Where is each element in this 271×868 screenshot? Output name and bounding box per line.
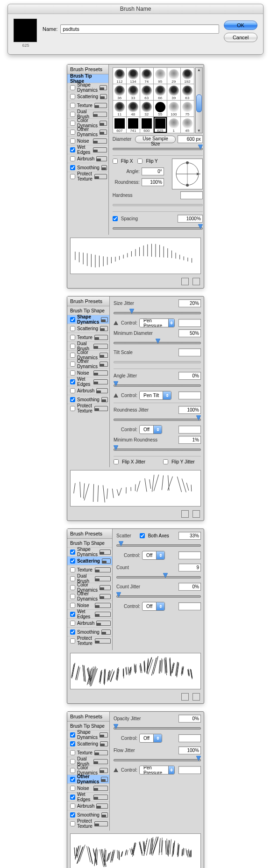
preset-cell[interactable]: 33 xyxy=(127,84,140,100)
diameter-input[interactable] xyxy=(178,135,203,143)
sidebar-item-other-dynamics[interactable]: Other Dynamics xyxy=(67,128,108,137)
sidebar-item-scattering[interactable]: Scattering xyxy=(67,324,109,333)
sidebar-checkbox[interactable] xyxy=(70,550,75,555)
sidebar-checkbox[interactable] xyxy=(70,821,75,826)
sidebar-item-airbrush[interactable]: Airbrush xyxy=(67,386,109,395)
preset-cell[interactable]: 112 xyxy=(113,68,126,84)
sidebar-checkbox[interactable] xyxy=(70,741,75,746)
roundness-jitter-input[interactable] xyxy=(178,406,201,414)
sidebar-checkbox[interactable] xyxy=(70,326,75,331)
count-jitter-slider[interactable] xyxy=(116,593,201,598)
sidebar-item-shape-dynamics[interactable]: Shape Dynamics xyxy=(67,315,109,324)
name-input[interactable] xyxy=(60,24,219,34)
trash-icon[interactable] xyxy=(193,510,200,518)
preset-cell[interactable]: 36 xyxy=(113,84,126,100)
size-jitter-slider[interactable] xyxy=(114,310,201,315)
angle-jitter-input[interactable] xyxy=(178,372,201,380)
preset-cell[interactable]: 63 xyxy=(140,84,153,100)
sidebar-checkbox[interactable] xyxy=(70,353,75,358)
preset-cell[interactable]: 45 xyxy=(181,117,194,133)
count-jitter-input[interactable] xyxy=(178,583,201,591)
cancel-button[interactable]: Cancel xyxy=(224,33,257,42)
sidebar-header[interactable]: Brush Presets xyxy=(67,712,109,722)
sidebar-checkbox[interactable] xyxy=(70,759,75,764)
sidebar-checkbox[interactable] xyxy=(70,121,75,126)
roundness-input[interactable] xyxy=(142,178,164,186)
sidebar-checkbox[interactable] xyxy=(70,603,75,608)
sidebar-checkbox[interactable] xyxy=(70,750,75,755)
angle-widget[interactable] xyxy=(172,159,203,189)
sidebar-checkbox[interactable] xyxy=(70,335,75,340)
trash-icon[interactable] xyxy=(193,278,200,285)
preset-cell[interactable]: 74 xyxy=(140,68,153,84)
flow-control-select[interactable]: Pen Pressure xyxy=(139,766,175,774)
flip-x-jitter-checkbox[interactable] xyxy=(114,459,119,464)
angle-input[interactable] xyxy=(142,167,164,175)
sidebar-checkbox[interactable] xyxy=(70,558,75,564)
sidebar-item-other-dynamics[interactable]: Other Dynamics xyxy=(67,592,112,601)
opacity-control-select[interactable]: Off xyxy=(139,734,162,743)
angle-jitter-slider[interactable] xyxy=(114,383,201,387)
preset-cell[interactable]: 55 xyxy=(154,101,167,116)
preset-cell[interactable]: 1 xyxy=(167,117,180,133)
sidebar-checkbox[interactable] xyxy=(70,594,75,599)
sidebar-checkbox[interactable] xyxy=(70,379,75,384)
sidebar-header[interactable]: Brush Presets xyxy=(67,297,109,306)
preset-cell[interactable]: 32 xyxy=(140,101,153,116)
sidebar-item-airbrush[interactable]: Airbrush xyxy=(67,619,112,628)
both-axes-checkbox[interactable] xyxy=(140,533,145,538)
sidebar-checkbox[interactable] xyxy=(70,585,75,590)
scatter-slider[interactable] xyxy=(116,542,201,547)
sidebar-checkbox[interactable] xyxy=(70,777,75,782)
preset-cell[interactable]: 134 xyxy=(127,68,140,84)
sidebar-checkbox[interactable] xyxy=(70,812,75,817)
sidebar-checkbox[interactable] xyxy=(70,147,75,152)
sidebar-checkbox[interactable] xyxy=(70,156,75,161)
preset-cell[interactable]: 192 xyxy=(181,68,194,84)
spacing-slider[interactable] xyxy=(113,225,203,230)
sidebar-item-protect-texture[interactable]: Protect Texture xyxy=(67,637,112,645)
angle-control-select[interactable]: Pen Tilt xyxy=(139,391,171,400)
preset-cell[interactable]: 100 xyxy=(167,101,180,116)
sidebar-checkbox[interactable] xyxy=(70,344,75,349)
preset-scrollbar[interactable]: ▲▼ xyxy=(195,67,203,133)
sidebar-item-scattering[interactable]: Scattering xyxy=(67,739,109,748)
diameter-slider[interactable] xyxy=(113,146,203,151)
sidebar-item-wet-edges[interactable]: Wet Edges xyxy=(67,793,109,802)
sidebar-checkbox[interactable] xyxy=(70,174,75,179)
preset-cell[interactable]: 11 xyxy=(113,101,126,116)
preset-cell[interactable]: 66 xyxy=(154,84,167,100)
preset-cell[interactable]: 741 xyxy=(127,117,140,133)
preset-cell[interactable]: 48 xyxy=(127,101,140,116)
min-diameter-input[interactable] xyxy=(178,329,201,337)
sidebar-checkbox[interactable] xyxy=(70,165,75,170)
sidebar-checkbox[interactable] xyxy=(70,370,75,376)
use-sample-size-button[interactable]: Use Sample Size xyxy=(135,136,175,143)
sidebar-checkbox[interactable] xyxy=(70,103,75,108)
sidebar-checkbox[interactable] xyxy=(70,85,75,90)
preset-cell[interactable]: 600 xyxy=(140,117,153,133)
sidebar-checkbox[interactable] xyxy=(70,638,75,644)
flip-y-checkbox[interactable] xyxy=(137,159,143,164)
sidebar-checkbox[interactable] xyxy=(70,786,75,791)
count-input[interactable] xyxy=(178,564,201,571)
sidebar-item-other-dynamics[interactable]: Other Dynamics xyxy=(67,360,109,369)
sidebar-checkbox[interactable] xyxy=(70,795,75,800)
preset-cell[interactable]: 63 xyxy=(181,84,194,100)
roundness-control-select[interactable]: Off xyxy=(139,425,162,434)
sidebar-header[interactable]: Brush Presets xyxy=(67,65,108,74)
sidebar-checkbox[interactable] xyxy=(70,768,75,773)
sidebar-checkbox[interactable] xyxy=(70,629,75,635)
sidebar-checkbox[interactable] xyxy=(70,576,75,581)
spacing-input[interactable] xyxy=(178,215,203,223)
sidebar-checkbox[interactable] xyxy=(70,621,75,626)
size-jitter-input[interactable] xyxy=(178,299,201,307)
size-control-select[interactable]: Pen Pressure xyxy=(139,318,175,327)
sidebar-item-wet-edges[interactable]: Wet Edges xyxy=(67,145,108,154)
sidebar-header[interactable]: Brush Presets xyxy=(67,529,112,539)
preset-cell[interactable]: 95 xyxy=(154,68,167,84)
sidebar-item-scattering[interactable]: Scattering xyxy=(67,557,112,565)
sidebar-item-protect-texture[interactable]: Protect Texture xyxy=(67,404,109,412)
sidebar-item-airbrush[interactable]: Airbrush xyxy=(67,154,108,163)
sidebar-checkbox[interactable] xyxy=(70,317,75,322)
